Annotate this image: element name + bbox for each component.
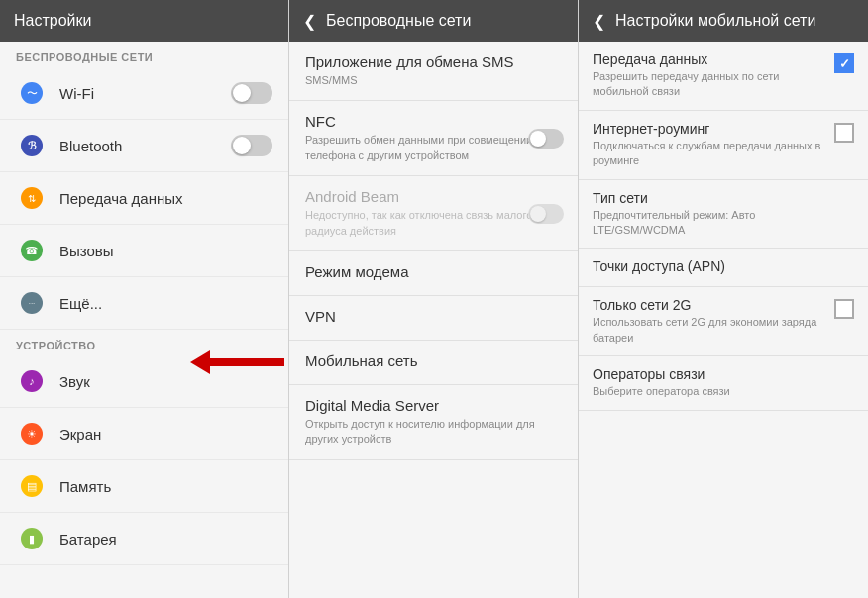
nfc-item[interactable]: NFC Разрешить обмен данными при совмещен…	[289, 101, 578, 176]
network-type-item[interactable]: Тип сети Предпочтительный режим: Авто LT…	[579, 180, 868, 249]
bluetooth-label: Bluetooth	[59, 138, 231, 154]
battery-icon-wrap: ▮	[16, 523, 48, 554]
more-item[interactable]: ··· Ещё...	[0, 277, 288, 330]
wifi-item[interactable]: 〜 Wi-Fi	[0, 67, 288, 120]
more-icon-wrap: ···	[16, 287, 48, 319]
data-transfer-right-item[interactable]: Передача данных Разрешить передачу данны…	[579, 42, 868, 111]
sms-app-subtitle: SMS/MMS	[305, 73, 562, 88]
operators-content: Операторы связи Выберите оператора связи	[593, 366, 854, 399]
nfc-subtitle: Разрешить обмен данными при совмещении т…	[305, 133, 562, 163]
calls-label: Вызовы	[59, 243, 272, 259]
bluetooth-icon-wrap: ℬ	[16, 130, 48, 161]
display-icon-wrap: ☀	[16, 418, 48, 449]
hotspot-title: Режим модема	[305, 263, 562, 280]
apn-title: Точки доступа (APN)	[593, 258, 846, 274]
nfc-title: NFC	[305, 113, 562, 130]
apn-content: Точки доступа (APN)	[593, 258, 854, 276]
display-icon: ☀	[21, 423, 43, 445]
roaming-content: Интернет-роуминг Подключаться к службам …	[593, 121, 834, 169]
storage-label: Память	[59, 478, 272, 495]
android-beam-item[interactable]: Android Beam Недоступно, так как отключе…	[289, 176, 578, 251]
data-icon: ⇅	[21, 187, 43, 209]
wireless-back-arrow: ❮	[303, 12, 316, 31]
mobile-network-title: Мобильная сеть	[305, 352, 562, 369]
data-icon-wrap: ⇅	[16, 182, 48, 214]
calls-item[interactable]: ☎ Вызовы	[0, 225, 288, 277]
operators-title: Операторы связи	[593, 366, 846, 382]
storage-icon: ▤	[21, 475, 43, 497]
mobile-settings-title-text: Настройки мобильной сети	[615, 12, 815, 30]
android-beam-toggle[interactable]	[528, 204, 564, 224]
settings-title: Настройки	[0, 0, 288, 42]
wifi-label: Wi-Fi	[59, 85, 231, 102]
wireless-networks-panel: ❮ Беспроводные сети Приложение для обмен…	[289, 0, 579, 598]
mobile-settings-back: ❮	[593, 12, 605, 31]
sound-icon-wrap: ♪	[16, 365, 48, 397]
more-label: Ещё...	[59, 295, 272, 312]
network-type-subtitle: Предпочтительный режим: Авто LTE/GSM/WCD…	[593, 208, 846, 239]
sound-icon: ♪	[21, 370, 43, 392]
2g-only-checkbox[interactable]	[834, 299, 854, 319]
svg-marker-2	[190, 350, 210, 374]
storage-icon-wrap: ▤	[16, 470, 48, 502]
data-transfer-right-title: Передача данных	[593, 51, 826, 67]
wireless-section-label: БЕСПРОВОДНЫЕ СЕТИ	[0, 42, 288, 67]
android-beam-title: Android Beam	[305, 188, 562, 205]
operators-subtitle: Выберите оператора связи	[593, 384, 846, 399]
wifi-toggle[interactable]	[231, 82, 272, 104]
hotspot-item[interactable]: Режим модема	[289, 251, 578, 296]
android-beam-subtitle: Недоступно, так как отключена связь мало…	[305, 208, 562, 239]
apn-item[interactable]: Точки доступа (APN)	[579, 249, 868, 287]
data-transfer-content: Передача данных Разрешить передачу данны…	[593, 51, 834, 100]
bluetooth-item[interactable]: ℬ Bluetooth	[0, 120, 288, 172]
more-icon: ···	[21, 292, 43, 314]
network-type-title: Тип сети	[593, 190, 846, 206]
storage-item[interactable]: ▤ Память	[0, 460, 288, 513]
calls-icon: ☎	[21, 240, 43, 261]
wifi-icon-wrap: 〜	[16, 77, 48, 109]
data-label: Передача данных	[59, 190, 272, 207]
dms-item[interactable]: Digital Media Server Открыть доступ к но…	[289, 385, 578, 460]
sms-app-item[interactable]: Приложение для обмена SMS SMS/MMS	[289, 42, 578, 101]
battery-item[interactable]: ▮ Батарея	[0, 513, 288, 565]
2g-only-item[interactable]: Только сети 2G Использовать сети 2G для …	[579, 287, 868, 356]
2g-only-subtitle: Использовать сети 2G для экономии заряда…	[593, 315, 826, 346]
settings-title-text: Настройки	[14, 12, 91, 30]
wireless-title: ❮ Беспроводные сети	[289, 0, 578, 42]
data-transfer-right-subtitle: Разрешить передачу данных по сети мобиль…	[593, 69, 826, 100]
wifi-icon: 〜	[21, 82, 43, 104]
mobile-network-red-arrow	[190, 348, 284, 377]
wireless-title-text: Беспроводные сети	[326, 12, 471, 30]
display-label: Экран	[59, 426, 272, 443]
dms-subtitle: Открыть доступ к носителю информации для…	[305, 417, 562, 448]
mobile-settings-title: ❮ Настройки мобильной сети	[579, 0, 868, 42]
sms-app-title: Приложение для обмена SMS	[305, 53, 562, 70]
calls-icon-wrap: ☎	[16, 235, 48, 266]
dms-title: Digital Media Server	[305, 397, 562, 414]
nfc-toggle[interactable]	[528, 129, 564, 149]
roaming-subtitle: Подключаться к службам передачи данных в…	[593, 139, 826, 169]
vpn-item[interactable]: VPN	[289, 296, 578, 341]
roaming-checkbox[interactable]	[834, 123, 854, 143]
display-item[interactable]: ☀ Экран	[0, 408, 288, 460]
data-transfer-checkbox[interactable]: ✓	[834, 53, 854, 73]
2g-only-title: Только сети 2G	[593, 297, 826, 313]
svg-rect-3	[210, 358, 284, 366]
battery-icon: ▮	[21, 528, 43, 549]
2g-only-content: Только сети 2G Использовать сети 2G для …	[593, 297, 834, 346]
mobile-network-settings-panel: ❮ Настройки мобильной сети Передача данн…	[579, 0, 868, 598]
battery-label: Батарея	[59, 531, 272, 548]
mobile-network-item[interactable]: Мобильная сеть	[289, 341, 578, 385]
operators-item[interactable]: Операторы связи Выберите оператора связи	[579, 356, 868, 410]
roaming-title: Интернет-роуминг	[593, 121, 826, 137]
bluetooth-icon: ℬ	[21, 135, 43, 156]
roaming-item[interactable]: Интернет-роуминг Подключаться к службам …	[579, 111, 868, 180]
data-transfer-item[interactable]: ⇅ Передача данных	[0, 172, 288, 225]
settings-panel: Настройки БЕСПРОВОДНЫЕ СЕТИ 〜 Wi-Fi ℬ Bl…	[0, 0, 289, 598]
bluetooth-toggle[interactable]	[231, 135, 272, 156]
network-type-content: Тип сети Предпочтительный режим: Авто LT…	[593, 190, 854, 239]
data-transfer-check-mark: ✓	[839, 56, 850, 71]
vpn-title: VPN	[305, 308, 562, 325]
